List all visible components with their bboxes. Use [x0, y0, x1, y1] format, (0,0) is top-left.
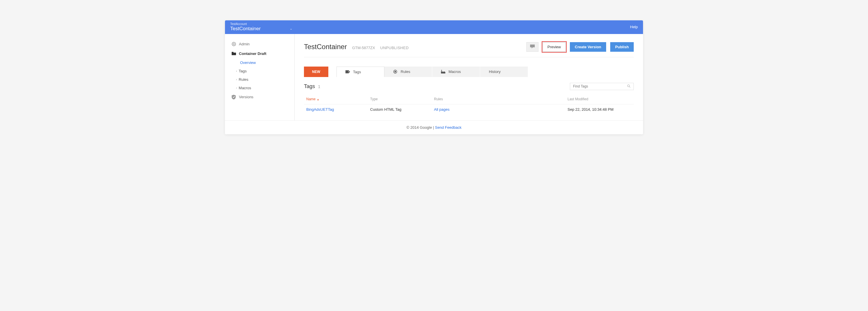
chevron-right-icon: ›: [236, 69, 237, 73]
new-button[interactable]: NEW: [304, 66, 328, 77]
shield-icon: [231, 95, 236, 100]
sidebar-item-tags[interactable]: › Tags: [240, 67, 294, 75]
container-selector[interactable]: TestContainer ⌄: [230, 26, 292, 32]
main-content: TestContainer GTM-5877ZX UNPUBLISHED Pre…: [294, 34, 643, 120]
cell-last-modified: Sep 22, 2014, 10:34:48 PM: [567, 107, 631, 112]
container-name: TestContainer: [230, 26, 261, 32]
section-title: Tags: [304, 83, 315, 89]
chevron-right-icon: ›: [236, 78, 237, 81]
tab-label: Tags: [353, 70, 361, 74]
page-header: TestContainer GTM-5877ZX UNPUBLISHED Pre…: [304, 42, 634, 57]
table-header: Name ▴ Type Rules Last Modified: [304, 94, 634, 104]
tags-table: Name ▴ Type Rules Last Modified BingAdsU…: [304, 94, 634, 115]
th-type[interactable]: Type: [370, 97, 434, 101]
container-id: GTM-5877ZX: [352, 46, 375, 50]
sidebar-item-rules[interactable]: › Rules: [240, 75, 294, 84]
top-bar: TestAccount TestContainer ⌄ Help: [225, 20, 643, 34]
footer-sep: |: [432, 125, 435, 130]
sidebar-item-label: Tags: [239, 69, 246, 73]
page-title: TestContainer: [304, 43, 347, 51]
svg-rect-2: [232, 52, 234, 53]
tab-history[interactable]: History: [480, 66, 528, 77]
svg-point-3: [348, 72, 349, 73]
th-last-modified[interactable]: Last Modified: [567, 97, 631, 101]
tab-label: Macros: [448, 69, 461, 74]
sidebar-item-overview[interactable]: Overview: [240, 58, 294, 67]
target-icon: [393, 69, 398, 74]
svg-line-8: [629, 86, 630, 87]
chevron-right-icon: ›: [236, 86, 237, 89]
comment-icon: [530, 45, 535, 49]
page-title-wrap: TestContainer GTM-5877ZX UNPUBLISHED: [304, 43, 409, 51]
publish-status: UNPUBLISHED: [380, 46, 409, 50]
sidebar-item-label: Overview: [240, 60, 256, 65]
tab-macros[interactable]: Macros: [432, 66, 480, 77]
footer-copyright: © 2014 Google: [406, 125, 432, 130]
gear-icon: [231, 42, 236, 46]
body-wrap: Admin Container Draft Overview › Tags ›: [225, 34, 643, 120]
tab-label: History: [489, 69, 500, 74]
sidebar-versions-label: Versions: [239, 95, 253, 99]
sidebar-admin[interactable]: Admin: [225, 39, 294, 49]
publish-button[interactable]: Publish: [610, 42, 634, 52]
svg-rect-6: [441, 70, 442, 72]
cell-name[interactable]: BingAdsUETTag: [306, 107, 370, 112]
svg-point-0: [233, 43, 234, 45]
search-icon: [627, 84, 630, 89]
factory-icon: [441, 70, 445, 74]
sort-asc-icon: ▴: [317, 98, 319, 101]
tab-tags[interactable]: Tags: [337, 66, 384, 77]
th-name[interactable]: Name ▴: [306, 97, 370, 101]
th-rules[interactable]: Rules: [434, 97, 567, 101]
section-count: 1: [318, 84, 320, 89]
top-bar-left: TestAccount TestContainer ⌄: [230, 22, 292, 32]
create-version-button[interactable]: Create Version: [570, 42, 606, 52]
help-link[interactable]: Help: [630, 25, 638, 29]
cell-type: Custom HTML Tag: [370, 107, 434, 112]
section-header: Tags 1: [304, 83, 634, 90]
footer: © 2014 Google | Send Feedback: [225, 120, 643, 134]
sidebar-sublist: Overview › Tags › Rules › Macros: [240, 58, 294, 92]
sidebar-item-macros[interactable]: › Macros: [240, 84, 294, 92]
sidebar-item-label: Macros: [239, 86, 251, 90]
tag-icon: [345, 70, 350, 74]
sidebar-admin-label: Admin: [239, 42, 250, 46]
tabs-row: NEW Tags Rules Macro: [304, 66, 634, 77]
app-window: TestAccount TestContainer ⌄ Help Admin C…: [225, 20, 643, 134]
section-title-wrap: Tags 1: [304, 83, 320, 89]
sidebar-draft-label: Container Draft: [239, 52, 267, 56]
svg-point-7: [628, 85, 630, 87]
tab-label: Rules: [401, 69, 410, 74]
sidebar-versions[interactable]: Versions: [225, 92, 294, 102]
table-row: BingAdsUETTag Custom HTML Tag All pages …: [304, 104, 634, 115]
account-name: TestAccount: [230, 22, 292, 26]
svg-rect-1: [232, 53, 236, 55]
svg-point-5: [395, 71, 396, 73]
search-input[interactable]: [573, 84, 627, 88]
comment-button[interactable]: [526, 42, 538, 52]
sidebar-container-draft[interactable]: Container Draft: [225, 49, 294, 58]
th-name-label: Name: [306, 97, 315, 101]
chevron-down-icon: ⌄: [290, 27, 292, 30]
sidebar-item-label: Rules: [239, 77, 248, 82]
tab-rules[interactable]: Rules: [384, 66, 432, 77]
sidebar: Admin Container Draft Overview › Tags ›: [225, 34, 294, 120]
cell-rules[interactable]: All pages: [434, 107, 567, 112]
action-bar: Preview Create Version Publish: [526, 42, 634, 52]
search-box[interactable]: [570, 83, 634, 90]
folder-icon: [231, 52, 236, 55]
send-feedback-link[interactable]: Send Feedback: [435, 125, 462, 130]
preview-button[interactable]: Preview: [542, 42, 566, 52]
